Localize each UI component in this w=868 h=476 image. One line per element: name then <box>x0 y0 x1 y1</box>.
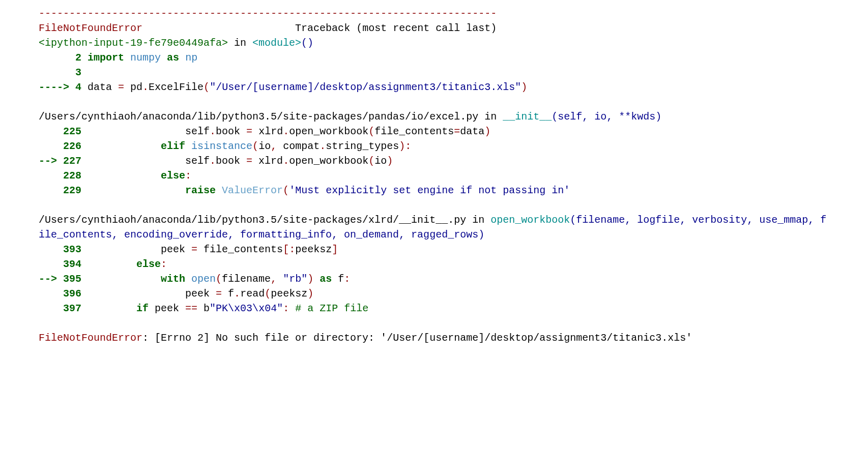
kw-with: with <box>161 273 185 285</box>
indent <box>88 185 185 196</box>
paren-open: ( <box>204 81 210 93</box>
kw-file-contents: file_contents <box>374 126 454 137</box>
op-eq: = <box>216 288 222 300</box>
str-rb: "rb" <box>283 273 307 285</box>
frame2-228: 228 else: <box>39 168 829 183</box>
traceback-output: ----------------------------------------… <box>39 6 829 345</box>
sp <box>277 273 283 285</box>
fn-read: read <box>240 288 265 300</box>
fn-ExcelFile: ExcelFile <box>149 81 204 93</box>
indent <box>88 170 161 182</box>
colon: : <box>185 170 191 182</box>
paren-open: ( <box>368 155 374 167</box>
traceback-label: Traceback (most recent call last) <box>295 22 497 34</box>
paren-open: ( <box>368 126 374 137</box>
frame3-397: 397 if peek == b"PK\x03\x04": # a ZIP fi… <box>39 301 829 316</box>
frame2-path: /Users/cynthiaoh/anaconda/lib/python3.5/… <box>39 111 478 123</box>
frame3-395: --> 395 with open(filename, "rb") as f: <box>39 272 829 286</box>
frame3-func: open_workbook <box>490 214 570 226</box>
dot: . <box>283 126 289 137</box>
id-pd: pd <box>124 81 142 93</box>
comment-zip: # a ZIP file <box>289 303 368 314</box>
paren-close: ) <box>387 155 393 167</box>
str-msg: 'Must explicitly set engine if not passi… <box>289 185 570 196</box>
op-eq: = <box>246 155 252 167</box>
indent <box>88 140 161 152</box>
paren-open: ( <box>252 140 258 152</box>
id-filename: filename <box>222 273 271 285</box>
op-eq: = <box>454 126 460 137</box>
id-peeksz: peeksz <box>295 244 332 255</box>
op-eq: = <box>191 244 197 255</box>
fn-open-workbook: open_workbook <box>289 155 368 167</box>
id-compat: compat <box>277 140 320 152</box>
frame1-func: <module> <box>252 37 301 49</box>
paren-open: ( <box>216 273 222 285</box>
paren-open: ( <box>265 288 271 300</box>
kw-else: else <box>136 258 161 270</box>
attr-string-types: string_types <box>326 140 399 152</box>
frame3-394: 394 else: <box>39 257 829 272</box>
blank-line <box>39 95 829 109</box>
gutter-395-arrow: --> 395 <box>39 273 88 285</box>
kw-import: import <box>88 52 124 64</box>
frame3-path: /Users/cynthiaoh/anaconda/lib/python3.5/… <box>39 214 466 226</box>
paren-close: ) <box>307 273 313 285</box>
id-peek: peek <box>161 244 191 255</box>
dot: . <box>234 288 240 300</box>
bracket-open: [ <box>283 244 289 255</box>
colon: : <box>283 303 289 314</box>
final-error-class: FileNotFoundError <box>39 332 142 344</box>
kw-if: if <box>136 303 149 314</box>
comma: , <box>271 140 277 152</box>
error-header: FileNotFoundError Traceback (most recent… <box>39 21 829 36</box>
op-eq: = <box>118 81 124 93</box>
indent <box>88 303 136 314</box>
id-f: f <box>222 288 234 300</box>
sp <box>124 52 130 64</box>
colon: : <box>289 244 295 255</box>
blank-line <box>39 198 829 213</box>
indent <box>88 155 185 167</box>
kw-elif: elif <box>161 140 185 152</box>
mod-numpy: numpy <box>130 52 161 64</box>
gutter-394: 394 <box>39 258 88 270</box>
gutter-229: 229 <box>39 185 88 196</box>
op-eq-eq: == <box>185 303 197 314</box>
fn-open-workbook: open_workbook <box>289 126 368 137</box>
indent <box>88 244 161 255</box>
attr-book: book <box>216 155 246 167</box>
dot: . <box>210 126 216 137</box>
indent <box>88 288 185 300</box>
gutter-393: 393 <box>39 244 88 255</box>
comma: , <box>271 273 277 285</box>
alias-np: np <box>185 52 197 64</box>
dot: . <box>283 155 289 167</box>
kw-else: else <box>161 170 185 182</box>
str-path: "/User/[username]/desktop/assignment3/ti… <box>210 81 521 93</box>
id-file-contents: file_contents <box>197 244 283 255</box>
paren-open: ( <box>283 185 289 196</box>
gutter-397: 397 <box>39 303 88 314</box>
cls-ValueError: ValueError <box>216 185 283 196</box>
frame2-func: __init__ <box>503 111 552 123</box>
dot: . <box>210 155 216 167</box>
id-f: f <box>332 273 344 285</box>
gutter-225: 225 <box>39 126 88 137</box>
frame2-in: in <box>478 111 503 123</box>
self: self <box>185 126 210 137</box>
sp <box>179 52 185 64</box>
sp <box>161 52 167 64</box>
frame2-227: --> 227 self.book = xlrd.open_workbook(i… <box>39 154 829 168</box>
dot: . <box>142 81 149 93</box>
paren-close: ) <box>484 126 490 137</box>
gutter-2: 2 <box>39 52 88 64</box>
final-error-line: FileNotFoundError: [Errno 2] No such fil… <box>39 331 829 345</box>
indent <box>88 126 185 137</box>
id-peek: peek <box>185 288 216 300</box>
gutter-226: 226 <box>39 140 88 152</box>
id-xlrd: xlrd <box>252 155 283 167</box>
frame1-in: in <box>228 37 252 49</box>
final-error-msg: : [Errno 2] No such file or directory: '… <box>142 332 692 344</box>
frame2-sig: (self, io, **kwds) <box>552 111 661 123</box>
